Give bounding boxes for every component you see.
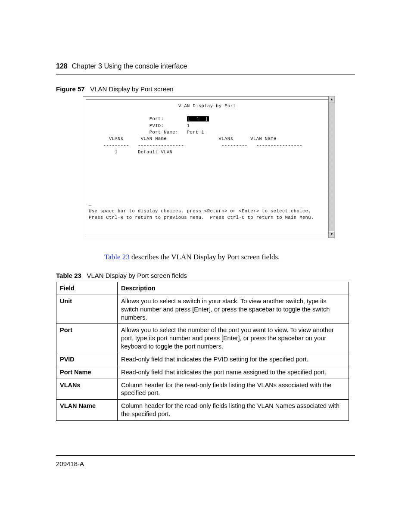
col-vlanname-2: VLAN Name xyxy=(250,136,276,141)
port-label: Port: xyxy=(149,116,164,121)
table-label: Table 23 xyxy=(56,272,81,279)
desc-cell: Read-only field that indicates the port … xyxy=(118,366,349,379)
table-row: Unit Allows you to select a switch in yo… xyxy=(56,295,349,324)
table-row: Port Name Read-only field that indicates… xyxy=(56,366,349,379)
page-footer: 209418-A xyxy=(56,455,355,467)
desc-cell: Column header for the read-only fields l… xyxy=(118,400,349,421)
figure-title: VLAN Display by Port screen xyxy=(90,85,173,93)
field-cell: Port xyxy=(56,324,118,353)
field-cell: PVID xyxy=(56,353,118,366)
row1-vlan: 1 xyxy=(115,149,118,155)
table-row: Port Allows you to select the number of … xyxy=(56,324,349,353)
field-cell: VLANs xyxy=(56,379,118,400)
console-title: VLAN Display by Port xyxy=(89,103,326,109)
console-hint-2: Press Ctrl-R to return to previous menu.… xyxy=(89,215,314,220)
console-screenshot: VLAN Display by Port Port: [ 1 ] PVID: 1… xyxy=(83,96,328,238)
field-cell: Unit xyxy=(56,295,118,324)
page-number: 128 xyxy=(56,62,68,70)
table-title: VLAN Display by Port screen fields xyxy=(87,272,187,279)
figure-label: Figure 57 xyxy=(56,85,85,93)
scrollbar[interactable]: ▲ ▼ xyxy=(328,96,335,238)
field-cell: VLAN Name xyxy=(56,400,118,421)
page: 128 Chapter 3 Using the console interfac… xyxy=(0,0,411,532)
row1-name: Default VLAN xyxy=(138,149,172,155)
scroll-down-icon[interactable]: ▼ xyxy=(329,231,335,238)
table-caption: Table 23 VLAN Display by Port screen fie… xyxy=(56,272,355,279)
divider-row: --------- ---------------- --------- ---… xyxy=(89,143,302,148)
desc-cell: Allows you to select the number of the p… xyxy=(118,324,349,353)
port-value: [ 1 ] xyxy=(187,116,209,121)
console-content: VLAN Display by Port Port: [ 1 ] PVID: 1… xyxy=(86,99,328,235)
pvid-value: 1 xyxy=(187,123,190,128)
th-field: Field xyxy=(56,282,118,295)
document-id: 209418-A xyxy=(56,460,84,467)
fields-table: Field Description Unit Allows you to sel… xyxy=(56,282,349,421)
col-vlanname-1: VLAN Name xyxy=(141,136,167,141)
table-crossref-link[interactable]: Table 23 xyxy=(104,253,130,261)
portname-value: Port 1 xyxy=(187,130,204,135)
scroll-track[interactable] xyxy=(329,103,335,231)
th-description: Description xyxy=(118,282,349,295)
table-row: VLAN Name Column header for the read-onl… xyxy=(56,400,349,421)
running-header: 128 Chapter 3 Using the console interfac… xyxy=(56,62,355,75)
console-hint-1: Use space bar to display choices, press … xyxy=(89,208,311,214)
portname-label: Port Name: xyxy=(149,130,178,135)
field-cell: Port Name xyxy=(56,366,118,379)
col-vlans-2: VLANs xyxy=(219,136,234,141)
body-rest: describes the VLAN Display by Port scree… xyxy=(130,253,280,261)
pvid-label: PVID: xyxy=(149,123,164,128)
figure-caption: Figure 57 VLAN Display by Port screen xyxy=(56,85,355,93)
scroll-up-icon[interactable]: ▲ xyxy=(329,96,335,103)
desc-cell: Read-only field that indicates the PVID … xyxy=(118,353,349,366)
col-vlans-1: VLANs xyxy=(109,136,124,141)
table-row: VLANs Column header for the read-only fi… xyxy=(56,379,349,400)
chapter-title: Chapter 3 Using the console interface xyxy=(72,62,187,70)
table-header-row: Field Description xyxy=(56,282,349,295)
body-paragraph: Table 23 describes the VLAN Display by P… xyxy=(104,253,355,261)
desc-cell: Column header for the read-only fields l… xyxy=(118,379,349,400)
table-row: PVID Read-only field that indicates the … xyxy=(56,353,349,366)
desc-cell: Allows you to select a switch in your st… xyxy=(118,295,349,324)
